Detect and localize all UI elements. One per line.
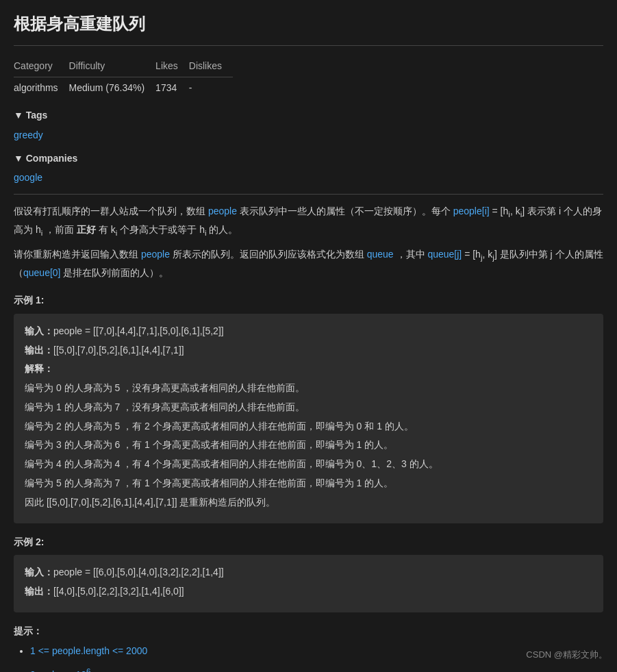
example1-input: 输入：people = [[7,0],[4,4],[7,1],[5,0],[6,…	[25, 323, 592, 340]
example2-output: 输出：[[4,0],[5,0],[2,2],[3,2],[1,4],[6,0]]	[25, 584, 592, 600]
divider	[14, 194, 603, 195]
example2-output-label: 输出：	[25, 586, 53, 597]
example1-line2: 编号为 2 的人身高为 5 ，有 2 个身高更高或者相同的人排在他前面，即编号为…	[25, 419, 592, 435]
hint-item-1: 0 <= hi <= 106	[30, 664, 603, 672]
meta-likes: 1734	[155, 77, 189, 98]
meta-category: algorithms	[14, 77, 69, 98]
page-title: 根据身高重建队列	[14, 11, 603, 46]
col-category: Category	[14, 55, 69, 77]
example1-line5: 编号为 5 的人身高为 7 ，有 1 个身高更高或者相同的人排在他前面，即编号为…	[25, 475, 592, 492]
hint-item-0: 1 <= people.length <= 2000	[30, 643, 603, 660]
tags-title: ▼ Tags	[14, 108, 603, 123]
highlight-people2: people	[141, 249, 170, 260]
example1-input-label: 输入：	[25, 325, 53, 336]
meta-difficulty: Medium (76.34%)	[69, 77, 156, 98]
highlight-queuej: queue[j]	[427, 249, 462, 260]
tags-section: ▼ Tags greedy	[14, 108, 603, 142]
example2-input-val: people = [[6,0],[5,0],[4,0],[3,2],[2,2],…	[53, 567, 224, 577]
example1-output-label: 输出：	[25, 345, 53, 356]
example2-section: 示例 2: 输入：people = [[6,0],[5,0],[4,0],[3,…	[14, 534, 603, 612]
example1-label: 示例 1:	[14, 293, 603, 308]
col-difficulty: Difficulty	[69, 55, 156, 77]
example1-input-val: people = [[7,0],[4,4],[7,1],[5,0],[6,1],…	[53, 325, 224, 336]
hints-label: 提示：	[14, 623, 603, 638]
companies-section: ▼ Companies google	[14, 151, 603, 186]
example1-output: 输出：[[5,0],[7,0],[5,2],[6,1],[4,4],[7,1]]	[25, 343, 592, 359]
meta-table: Category Difficulty Likes Dislikes algor…	[14, 55, 233, 98]
example1-output-val: [[5,0],[7,0],[5,2],[6,1],[4,4],[7,1]]	[53, 345, 184, 356]
example2-box: 输入：people = [[6,0],[5,0],[4,0],[3,2],[2,…	[14, 555, 603, 612]
company-google[interactable]: google	[14, 172, 42, 183]
example2-output-val: [[4,0],[5,0],[2,2],[3,2],[1,4],[6,0]]	[53, 586, 184, 597]
highlight-peoplei: people[i]	[453, 206, 490, 216]
example1-line1: 编号为 1 的人身高为 7 ，没有身高更高或者相同的人排在他前面。	[25, 399, 592, 416]
example1-section: 示例 1: 输入：people = [[7,0],[4,4],[7,1],[5,…	[14, 293, 603, 523]
example1-line6: 因此 [[5,0],[7,0],[5,2],[6,1],[4,4],[7,1]]…	[25, 495, 592, 511]
watermark: CSDN @精彩文帅。	[526, 648, 607, 662]
highlight-queue: queue	[367, 249, 394, 260]
col-dislikes: Dislikes	[189, 55, 233, 77]
hint-text-1: 0 <= hi <= 106	[30, 669, 90, 672]
hints-list: 1 <= people.length <= 2000 0 <= hi <= 10…	[14, 643, 603, 672]
example2-input-label: 输入：	[25, 567, 53, 577]
example1-explain-label: 解释：	[25, 361, 592, 377]
companies-title: ▼ Companies	[14, 151, 603, 166]
tag-greedy[interactable]: greedy	[14, 129, 43, 140]
example1-line3: 编号为 3 的人身高为 6 ，有 1 个身高更高或者相同的人排在他前面，即编号为…	[25, 437, 592, 453]
highlight-queue0: queue[0]	[23, 267, 61, 278]
example2-input: 输入：people = [[6,0],[5,0],[4,0],[3,2],[2,…	[25, 564, 592, 581]
example2-label: 示例 2:	[14, 534, 603, 549]
example1-line0: 编号为 0 的人身高为 5 ，没有身高更高或者相同的人排在他前面。	[25, 380, 592, 397]
col-likes: Likes	[155, 55, 189, 77]
meta-dislikes: -	[189, 77, 233, 98]
highlight-people1: people	[208, 206, 237, 216]
hint-text-0: 1 <= people.length <= 2000	[30, 645, 147, 656]
example1-line4: 编号为 4 的人身高为 4 ，有 4 个身高更高或者相同的人排在他前面，即编号为…	[25, 456, 592, 473]
example1-box: 输入：people = [[7,0],[4,4],[7,1],[5,0],[6,…	[14, 314, 603, 523]
description-para2: 请你重新构造并返回输入数组 people 所表示的队列。返回的队列应该格式化为数…	[14, 246, 603, 282]
description-para1: 假设有打乱顺序的一群人站成一个队列，数组 people 表示队列中一些人的属性（…	[14, 203, 603, 240]
hints-section: 提示： 1 <= people.length <= 2000 0 <= hi <…	[14, 623, 603, 672]
problem-description: 假设有打乱顺序的一群人站成一个队列，数组 people 表示队列中一些人的属性（…	[14, 203, 603, 282]
